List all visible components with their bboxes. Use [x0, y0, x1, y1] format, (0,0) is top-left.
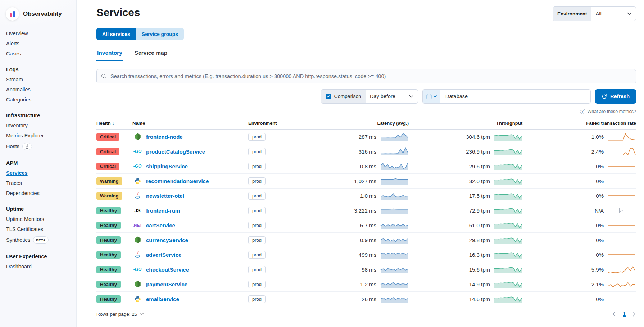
rows-per-page-select[interactable]: Rows per page: 25 — [96, 312, 144, 317]
comparison-control: Comparison Day before — [321, 89, 418, 104]
table-row[interactable]: Healthy -GO checkoutService prod 98 ms 1… — [96, 262, 636, 277]
beta-badge: BETA — [33, 236, 49, 244]
date-quick-select-button[interactable] — [423, 90, 440, 103]
page-title: Services — [96, 6, 140, 19]
failed-rate-sparkline-slot — [607, 235, 636, 245]
tab-bar: Inventory Service map — [96, 50, 636, 61]
page-number[interactable]: 1 — [623, 311, 626, 317]
health-badge: Healthy — [96, 222, 121, 229]
sidebar-item-alerts[interactable]: Alerts — [0, 38, 76, 49]
environment-select[interactable]: Environment All — [553, 6, 636, 21]
table-row[interactable]: Healthy .NET cartService prod 6.7 ms 61.… — [96, 218, 636, 233]
service-link[interactable]: recommendationService — [146, 178, 209, 184]
failed-rate-value: 2.4% — [591, 149, 604, 155]
health-badge: Healthy — [96, 266, 121, 273]
environment-pill: prod — [248, 133, 266, 141]
sidebar-item-anomalies[interactable]: Anomalies — [0, 85, 76, 95]
sidebar-item-synthetics[interactable]: Synthetics BETA — [0, 234, 76, 246]
throughput-sparkline — [494, 265, 522, 274]
health-badge: Healthy — [96, 251, 121, 259]
service-link[interactable]: frontend-node — [146, 134, 183, 140]
throughput-value: 61.0 tpm — [469, 222, 490, 228]
failed-rate-value: 0% — [596, 296, 604, 302]
tab-service-map[interactable]: Service map — [134, 50, 168, 61]
column-header-latency[interactable]: Latency (avg.) — [295, 121, 409, 126]
calendar-icon — [426, 94, 432, 99]
failed-rate-sparkline — [607, 265, 636, 274]
next-page-button[interactable] — [633, 312, 636, 317]
python-icon — [134, 296, 141, 303]
table-row[interactable]: Critical -GO shippingService prod 0.8 ms… — [96, 159, 636, 174]
sidebar-item-metrics-explorer[interactable]: Metrics Explorer — [0, 131, 76, 141]
all-services-button[interactable]: All services — [96, 28, 136, 40]
date-range-value[interactable]: Database — [440, 90, 473, 103]
table-row[interactable]: Healthy currencyService prod 0.9 ms 29.8… — [96, 233, 636, 247]
app-title: Observability — [23, 10, 62, 18]
sidebar-item-categories[interactable]: Categories — [0, 95, 76, 105]
sidebar-item-cases[interactable]: Cases — [0, 49, 76, 59]
failed-rate-sparkline-slot — [607, 280, 636, 289]
nav-section-logs: Logs Stream Anomalies Categories — [0, 64, 76, 105]
service-groups-button[interactable]: Service groups — [136, 28, 184, 40]
service-link[interactable]: productCatalogService — [146, 149, 205, 155]
dotnet-icon: .NET — [133, 223, 142, 227]
latency-value: 1.0 ms — [360, 193, 376, 199]
table-row[interactable]: Healthy JS frontend-rum prod 3,222 ms 72… — [96, 203, 636, 218]
metrics-help-link[interactable]: ? What are these metrics? — [96, 109, 636, 114]
app-logo[interactable]: Observability — [0, 6, 76, 28]
throughput-sparkline — [494, 294, 522, 304]
throughput-sparkline — [494, 162, 522, 171]
sidebar-item-hosts[interactable]: Hosts — [0, 141, 76, 152]
sidebar-item-dependencies[interactable]: Dependencies — [0, 188, 76, 198]
latency-value: 6.7 ms — [360, 222, 376, 228]
column-header-environment[interactable]: Environment — [248, 121, 295, 126]
column-header-health[interactable]: Health ↓ — [96, 121, 132, 126]
nodejs-icon — [134, 133, 141, 140]
table-row[interactable]: Healthy paymentService prod 1.2 ms 14.9 … — [96, 277, 636, 292]
table-row[interactable]: Warning newsletter-otel prod 1.0 ms 17.5… — [96, 189, 636, 203]
table-row[interactable]: Critical frontend-node prod 287 ms 304.6… — [96, 130, 636, 144]
sidebar-item-overview[interactable]: Overview — [0, 28, 76, 38]
sidebar-item-traces[interactable]: Traces — [0, 178, 76, 188]
throughput-value: 14.6 tpm — [469, 296, 490, 302]
latency-sparkline — [380, 265, 409, 274]
tab-inventory[interactable]: Inventory — [96, 50, 123, 61]
table-row[interactable]: Healthy advertService prod 499 ms 16.3 t… — [96, 247, 636, 262]
table-row[interactable]: Warning recommendationService prod 1,027… — [96, 174, 636, 189]
comparison-checkbox[interactable] — [326, 94, 331, 99]
latency-value: 1,027 ms — [354, 178, 376, 184]
failed-rate-sparkline — [607, 132, 636, 141]
service-link[interactable]: shippingService — [146, 163, 188, 169]
sidebar-item-dashboard[interactable]: Dashboard — [0, 262, 76, 272]
column-header-name[interactable]: Name — [132, 121, 248, 126]
throughput-value: 72.9 tpm — [469, 208, 490, 214]
service-link[interactable]: paymentService — [146, 281, 187, 287]
sidebar-item-services[interactable]: Services — [0, 168, 76, 178]
service-link[interactable]: cartService — [146, 222, 175, 228]
service-link[interactable]: frontend-rum — [146, 208, 180, 214]
table-body: Critical frontend-node prod 287 ms 304.6… — [96, 130, 636, 306]
failed-rate-sparkline — [607, 176, 636, 186]
sidebar-item-tls-certificates[interactable]: TLS Certificates — [0, 224, 76, 234]
service-link[interactable]: newsletter-otel — [146, 193, 184, 199]
comparison-period-select[interactable]: Day before — [366, 90, 418, 103]
sidebar-item-stream[interactable]: Stream — [0, 74, 76, 85]
refresh-button[interactable]: Refresh — [595, 89, 636, 104]
service-link[interactable]: emailService — [146, 296, 179, 302]
service-link[interactable]: currencyService — [146, 237, 188, 243]
previous-page-button[interactable] — [612, 312, 616, 317]
comparison-label: Comparison — [334, 94, 361, 99]
table-row[interactable]: Critical -GO productCatalogService prod … — [96, 144, 636, 159]
table-row[interactable]: Healthy emailService prod 26 ms 14.6 tpm… — [96, 292, 636, 306]
service-link[interactable]: advertService — [146, 252, 181, 258]
search-input[interactable] — [110, 73, 631, 79]
service-link[interactable]: checkoutService — [146, 267, 189, 273]
go-icon: -GO — [133, 267, 142, 272]
latency-value: 499 ms — [359, 252, 376, 258]
latency-value: 26 ms — [362, 296, 376, 302]
sidebar-item-uptime-monitors[interactable]: Uptime Monitors — [0, 214, 76, 224]
pagination: 1 — [612, 311, 636, 317]
column-header-failed-rate[interactable]: Failed transaction rate — [522, 121, 636, 126]
sidebar-item-inventory[interactable]: Inventory — [0, 121, 76, 131]
column-header-throughput[interactable]: Throughput — [409, 121, 522, 126]
